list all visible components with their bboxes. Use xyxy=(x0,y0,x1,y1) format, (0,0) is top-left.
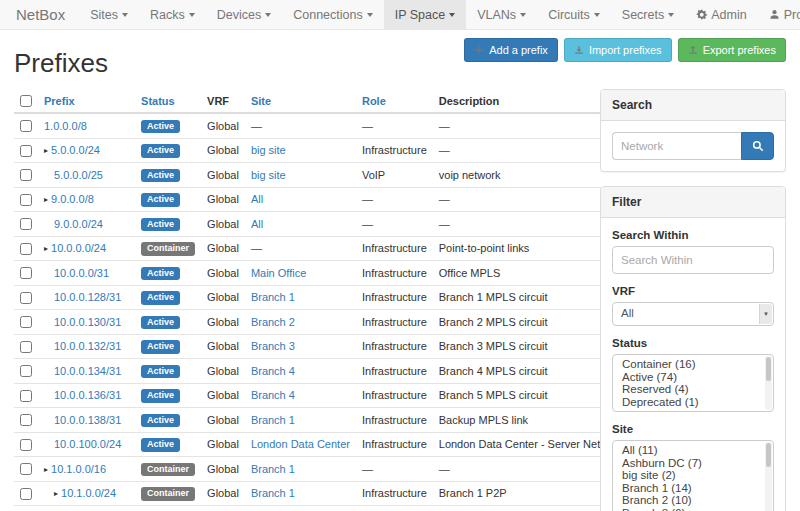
site-link[interactable]: London Data Center xyxy=(251,438,350,450)
listbox-option[interactable]: Active (74) xyxy=(613,371,773,384)
expand-arrow-icon[interactable]: ▸ xyxy=(44,146,48,155)
prefix-link[interactable]: 10.1.0.0/16 xyxy=(51,463,106,475)
nav-item-circuits[interactable]: Circuits xyxy=(537,0,611,29)
listbox-option[interactable]: big site (2) xyxy=(613,469,773,482)
prefix-link[interactable]: 10.1.0.0/24 xyxy=(61,487,116,499)
site-link[interactable]: Branch 1 xyxy=(251,291,295,303)
site-link[interactable]: Branch 1 xyxy=(251,463,295,475)
prefix-table: PrefixStatusVRFSiteRoleDescription 1.0.0… xyxy=(14,89,629,511)
row-checkbox[interactable] xyxy=(20,414,32,426)
nav-item-connections[interactable]: Connections xyxy=(282,0,384,29)
select-all-checkbox[interactable] xyxy=(20,95,32,107)
empty-value: — xyxy=(439,463,450,475)
column-header-prefix[interactable]: Prefix xyxy=(38,89,135,113)
site-link[interactable]: Branch 3 xyxy=(251,340,295,352)
listbox-option[interactable]: All (11) xyxy=(613,444,773,457)
filter-input-search-within[interactable] xyxy=(612,246,774,274)
prefix-link[interactable]: 1.0.0.0/8 xyxy=(44,120,87,132)
nav-item-vlans[interactable]: VLANs xyxy=(466,0,537,29)
site-link[interactable]: big site xyxy=(251,169,286,181)
nav-item-sites[interactable]: Sites xyxy=(79,0,139,29)
listbox-option[interactable]: Branch 1 (14) xyxy=(613,482,773,495)
site-link[interactable]: Branch 4 xyxy=(251,389,295,401)
listbox-option[interactable]: Ashburn DC (7) xyxy=(613,457,773,470)
prefix-link[interactable]: 9.0.0.0/8 xyxy=(51,193,94,205)
nav-item-secrets[interactable]: Secrets xyxy=(611,0,685,29)
site-link[interactable]: Branch 1 xyxy=(251,487,295,499)
nav-item-racks[interactable]: Racks xyxy=(139,0,206,29)
row-checkbox[interactable] xyxy=(20,243,32,255)
vrf-cell: Global xyxy=(201,163,245,188)
prefix-link[interactable]: 10.0.0.138/31 xyxy=(54,414,121,426)
expand-arrow-icon[interactable]: ▸ xyxy=(54,489,58,498)
expand-arrow-icon[interactable]: ▸ xyxy=(44,195,48,204)
listbox-option[interactable]: Deprecated (1) xyxy=(613,396,773,409)
vrf-cell: Global xyxy=(201,432,245,457)
add-prefix-button[interactable]: Add a prefix xyxy=(464,38,558,62)
site-link[interactable]: Main Office xyxy=(251,267,306,279)
expand-arrow-icon[interactable]: ▸ xyxy=(44,465,48,474)
filter-select-vrf[interactable]: All▼ xyxy=(612,302,774,326)
listbox-option[interactable]: Branch 3 (6) xyxy=(613,507,773,511)
table-row: ▸9.0.0.0/8ActiveGlobalAll—— xyxy=(14,187,629,212)
export-prefixes-button[interactable]: Export prefixes xyxy=(678,38,786,62)
listbox-option[interactable]: Branch 2 (10) xyxy=(613,494,773,507)
prefix-link[interactable]: 10.0.0.0/31 xyxy=(54,267,109,279)
nav-item-ip-space[interactable]: IP Space xyxy=(384,0,467,29)
prefix-link[interactable]: 5.0.0.0/24 xyxy=(51,144,100,156)
prefix-link[interactable]: 5.0.0.0/25 xyxy=(54,169,103,181)
empty-value: — xyxy=(362,120,373,132)
site-link[interactable]: All xyxy=(251,193,263,205)
status-badge: Container xyxy=(141,487,195,501)
row-checkbox[interactable] xyxy=(20,267,32,279)
row-checkbox[interactable] xyxy=(20,316,32,328)
button-label: Import prefixes xyxy=(589,44,662,56)
search-input[interactable] xyxy=(612,132,741,160)
prefix-link[interactable]: 10.0.0.128/31 xyxy=(54,291,121,303)
filter-listbox-status[interactable]: Container (16)Active (74)Reserved (4)Dep… xyxy=(612,354,774,412)
scrollbar-thumb[interactable] xyxy=(766,357,771,381)
row-checkbox[interactable] xyxy=(20,365,32,377)
site-link[interactable]: Branch 2 xyxy=(251,316,295,328)
row-checkbox[interactable] xyxy=(20,341,32,353)
row-checkbox[interactable] xyxy=(20,145,32,157)
column-header-role[interactable]: Role xyxy=(356,89,433,113)
row-checkbox[interactable] xyxy=(20,218,32,230)
caret-icon xyxy=(265,13,271,17)
filter-listbox-site[interactable]: All (11)Ashburn DC (7)big site (2)Branch… xyxy=(612,440,774,511)
row-checkbox[interactable] xyxy=(20,194,32,206)
site-link[interactable]: Branch 1 xyxy=(251,414,295,426)
site-link[interactable]: Branch 4 xyxy=(251,365,295,377)
prefix-link[interactable]: 10.0.0.136/31 xyxy=(54,389,121,401)
listbox-option[interactable]: Reserved (4) xyxy=(613,383,773,396)
status-badge: Active xyxy=(141,291,180,305)
row-checkbox[interactable] xyxy=(20,292,32,304)
listbox-option[interactable]: Container (16) xyxy=(613,358,773,371)
row-checkbox[interactable] xyxy=(20,463,32,475)
row-checkbox[interactable] xyxy=(20,390,32,402)
prefix-link[interactable]: 10.0.0.134/31 xyxy=(54,365,121,377)
row-checkbox[interactable] xyxy=(20,169,32,181)
site-link[interactable]: big site xyxy=(251,144,286,156)
prefix-link[interactable]: 10.0.0.132/31 xyxy=(54,340,121,352)
action-buttons: Add a prefixImport prefixesExport prefix… xyxy=(464,38,786,62)
row-checkbox[interactable] xyxy=(20,120,32,132)
row-checkbox[interactable] xyxy=(20,488,32,500)
brand-link[interactable]: NetBox xyxy=(8,0,79,29)
expand-arrow-icon[interactable]: ▸ xyxy=(44,244,48,253)
nav-item-profile[interactable]: Profile xyxy=(758,0,800,29)
scrollbar-thumb[interactable] xyxy=(766,443,771,467)
prefix-link[interactable]: 10.0.0.130/31 xyxy=(54,316,121,328)
prefix-link[interactable]: 10.0.0.0/24 xyxy=(51,242,106,254)
prefix-link[interactable]: 9.0.0.0/24 xyxy=(54,218,103,230)
search-button[interactable] xyxy=(741,132,774,160)
column-header-site[interactable]: Site xyxy=(245,89,356,113)
nav-item-devices[interactable]: Devices xyxy=(206,0,282,29)
nav-item-admin[interactable]: Admin xyxy=(685,0,757,29)
import-prefixes-button[interactable]: Import prefixes xyxy=(564,38,672,62)
prefix-link[interactable]: 10.0.100.0/24 xyxy=(54,438,121,450)
row-checkbox[interactable] xyxy=(20,439,32,451)
column-header-status[interactable]: Status xyxy=(135,89,201,113)
caret-icon xyxy=(122,13,128,17)
site-link[interactable]: All xyxy=(251,218,263,230)
